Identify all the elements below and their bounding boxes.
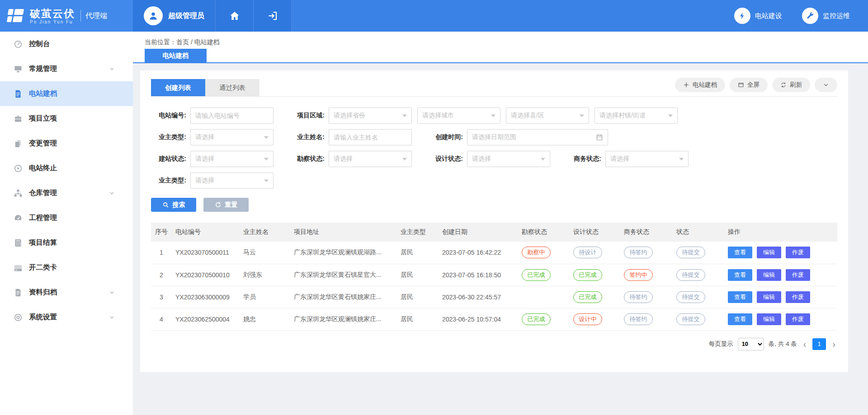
sidebar-item-settlement[interactable]: 项目结算 xyxy=(0,230,133,255)
logout-button[interactable] xyxy=(254,0,292,32)
settings-icon xyxy=(14,313,23,322)
select-placeholder: 请选择城市 xyxy=(422,112,454,120)
filter-row: 电站编号:项目区域:请选择省份请选择城市请选择县/区请选择村镇/街道 xyxy=(151,107,837,124)
content-card: 创建列表通过列表 电站建档全屏刷新 电站编号:项目区域:请选择省份请选择城市请选… xyxy=(140,70,848,372)
void-button[interactable]: 作废 xyxy=(786,313,810,325)
caret-down-icon xyxy=(264,179,269,182)
sidebar-item-project-setup[interactable]: 项目立项 xyxy=(0,106,133,131)
void-button[interactable]: 作废 xyxy=(786,247,810,258)
module-wrench[interactable]: 监控运维 xyxy=(802,8,850,24)
select-placeholder: 请选择村镇/街道 xyxy=(599,112,646,120)
filter-row: 业主类型:请选择业主姓名:创建时间:请选择日期范围 xyxy=(151,129,837,145)
filter-label: 勘察状态: xyxy=(289,155,325,163)
caret-down-icon xyxy=(668,114,673,117)
fullscreen-button[interactable]: 全屏 xyxy=(730,78,768,92)
filter-row: 业主类型:请选择 xyxy=(151,173,837,189)
view-button[interactable]: 查看 xyxy=(728,291,752,303)
project-region-select-1[interactable]: 请选择省份 xyxy=(329,107,412,124)
create-station-button[interactable]: 电站建档 xyxy=(675,78,725,92)
logo-subtitle: Po Jian Yun Fu xyxy=(30,19,75,24)
station-no-input[interactable] xyxy=(190,107,274,124)
project-region-select-3[interactable]: 请选择县/区 xyxy=(506,107,589,124)
chevron-down-icon xyxy=(109,190,115,196)
archive-icon xyxy=(14,288,23,297)
tab-create-list[interactable]: 创建列表 xyxy=(151,79,205,96)
sidebar-item-station-archive[interactable]: 电站建档 xyxy=(0,81,133,106)
cell-station-no: YX2023070500010 xyxy=(172,264,240,286)
sidebar-item-engineering[interactable]: 工程管理 xyxy=(0,205,133,230)
cell-design-status: 设计中 xyxy=(570,308,620,330)
project-region-select-4[interactable]: 请选择村镇/街道 xyxy=(594,107,678,124)
current-page[interactable]: 1 xyxy=(812,338,826,350)
reset-button[interactable]: 重置 xyxy=(203,198,249,212)
pagination: 每页显示10条, 共 4 条‹1› xyxy=(151,338,837,350)
sidebar: 控制台常规管理电站建档项目立项变更管理电站终止仓库管理工程管理项目结算开二类卡资… xyxy=(0,32,133,415)
filter-owner-name: 业主姓名: xyxy=(289,129,428,145)
fullscreen-icon xyxy=(738,82,744,88)
cell-owner-type: 居民 xyxy=(397,286,439,308)
toolbar-button-label: 全屏 xyxy=(747,81,760,89)
sidebar-item-data-archive[interactable]: 资料归档 xyxy=(0,280,133,305)
breadcrumb-path[interactable]: 首页 / 电站建档 xyxy=(176,38,220,46)
sidebar-item-change-mgmt[interactable]: 变更管理 xyxy=(0,131,133,156)
select-placeholder: 请选择县/区 xyxy=(511,112,544,120)
table-row: 4YX2023062500004姚忠广东深圳龙华区观澜镇姚家庄...居民2023… xyxy=(151,308,837,330)
edit-button[interactable]: 编辑 xyxy=(757,247,781,258)
cell-address: 广东深圳龙华区观澜镇观湖路... xyxy=(290,242,397,264)
sidebar-item-label: 电站建档 xyxy=(29,89,57,98)
project-region-select-2[interactable]: 请选择城市 xyxy=(417,107,500,124)
search-icon xyxy=(162,201,169,208)
filter-label: 电站编号: xyxy=(151,112,186,120)
user-menu[interactable]: 超级管理员 xyxy=(133,0,216,32)
prev-page-button[interactable]: ‹ xyxy=(802,340,808,349)
logo[interactable]: 破茧云伏 Po Jian Yun Fu 代理端 xyxy=(0,0,133,32)
survey-status-select[interactable]: 请选择 xyxy=(329,151,412,167)
next-page-button[interactable]: › xyxy=(830,340,837,349)
view-button[interactable]: 查看 xyxy=(728,313,752,325)
sidebar-item-second-card[interactable]: 开二类卡 xyxy=(0,255,133,280)
build-status-select[interactable]: 请选择 xyxy=(190,151,274,167)
owner-name-input[interactable] xyxy=(329,129,412,145)
cell-owner: 学员 xyxy=(240,286,290,308)
void-button[interactable]: 作废 xyxy=(786,291,810,303)
region-selects: 请选择省份请选择城市请选择县/区请选择村镇/街道 xyxy=(329,107,683,124)
view-button[interactable]: 查看 xyxy=(728,269,752,281)
page-tab[interactable]: 电站建档 xyxy=(145,49,207,62)
header-modules: 电站建设监控运维 xyxy=(734,0,850,32)
sidebar-item-label: 仓库管理 xyxy=(29,188,57,198)
design-status-select[interactable]: 请选择 xyxy=(467,151,550,167)
collapse-button[interactable] xyxy=(815,78,837,92)
sidebar-item-station-terminate[interactable]: 电站终止 xyxy=(0,156,133,181)
tab-passed-list[interactable]: 通过列表 xyxy=(205,79,259,96)
create-time-daterange[interactable]: 请选择日期范围 xyxy=(467,129,608,145)
refresh-button[interactable]: 刷新 xyxy=(772,78,810,92)
owner-type-2-select[interactable]: 请选择 xyxy=(190,173,274,189)
edit-button[interactable]: 编辑 xyxy=(757,313,781,325)
edit-button[interactable]: 编辑 xyxy=(757,291,781,303)
void-button[interactable]: 作废 xyxy=(786,269,810,281)
view-button[interactable]: 查看 xyxy=(728,247,752,258)
module-lightning[interactable]: 电站建设 xyxy=(734,8,782,24)
breadcrumb-label: 当前位置： xyxy=(145,38,176,46)
caret-down-icon xyxy=(402,158,407,161)
search-button[interactable]: 搜索 xyxy=(151,198,196,212)
home-button[interactable] xyxy=(216,0,254,32)
page-size-select[interactable]: 10 xyxy=(738,338,764,350)
sidebar-item-general[interactable]: 常规管理 xyxy=(0,56,133,81)
cell-actions: 查看编辑作废 xyxy=(724,286,837,308)
sidebar-item-warehouse[interactable]: 仓库管理 xyxy=(0,181,133,205)
main-area: 当前位置：首页 / 电站建档 电站建档 创建列表通过列表 电站建档全屏刷新 电站… xyxy=(133,32,868,415)
business-status-select[interactable]: 请选择 xyxy=(605,151,689,167)
cell-created: 2023-06-30 22:45:57 xyxy=(439,286,518,308)
filter-label: 项目区域: xyxy=(289,112,325,120)
owner-type-select[interactable]: 请选择 xyxy=(190,129,274,145)
cell-seq: 4 xyxy=(151,308,172,330)
edit-button[interactable]: 编辑 xyxy=(757,269,781,281)
filter-design-status: 设计状态:请选择 xyxy=(428,151,566,167)
column-header: 设计状态 xyxy=(570,223,620,242)
sidebar-item-system-settings[interactable]: 系统设置 xyxy=(0,305,133,330)
sidebar-item-console[interactable]: 控制台 xyxy=(0,32,133,56)
column-header: 操作 xyxy=(724,223,837,242)
status-badge: 已完成 xyxy=(573,269,602,281)
table-row: 3YX2023063000009学员广东深圳龙华区黄石镇姚家庄...居民2023… xyxy=(151,286,837,308)
